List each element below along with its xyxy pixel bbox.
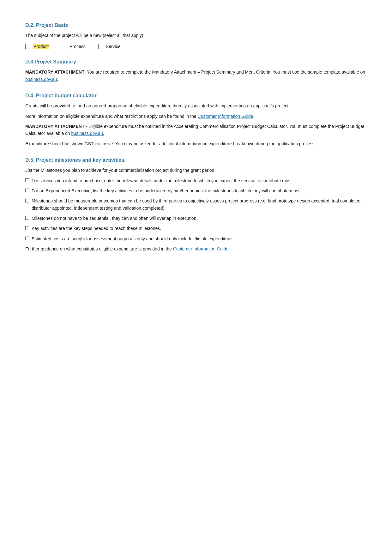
d4-para2-start: More information on eligible expenditure… bbox=[25, 114, 198, 119]
bullet-text-4: Milestones do not have to be sequential,… bbox=[32, 215, 197, 222]
bullet-icon-5 bbox=[25, 226, 29, 230]
bullet-icon-4 bbox=[25, 216, 29, 220]
d5-intro: List the Milestones you plan to achieve … bbox=[25, 167, 367, 174]
list-item: For an Experienced Executive, list the k… bbox=[25, 187, 367, 194]
d4-customer-info-link[interactable]: Customer Information Guide bbox=[198, 114, 253, 119]
d3-text-rest: : You are required to complete the Manda… bbox=[84, 69, 365, 75]
d4-paragraph1: Grants will be provided to fund an agree… bbox=[25, 102, 367, 109]
checkbox-product-label: Product bbox=[33, 44, 49, 49]
d5-footer-start: Further guidance on what constitutes eli… bbox=[25, 246, 173, 251]
bullet-text-5: Key activities are the key steps needed … bbox=[32, 225, 161, 232]
d3-text: MANDATORY ATTACHMENT: You are required t… bbox=[25, 69, 367, 83]
bullet-icon-1 bbox=[25, 178, 29, 182]
checkbox-service-box[interactable] bbox=[98, 44, 103, 49]
checkbox-process[interactable]: Process bbox=[62, 44, 86, 49]
section-divider bbox=[25, 19, 367, 19]
bullet-icon-2 bbox=[25, 189, 29, 192]
bullet-text-3: Milestones should be measurable outcomes… bbox=[32, 197, 367, 212]
section-d4: D.4. Project budget calculator Grants wi… bbox=[25, 93, 367, 147]
bullet-icon-3 bbox=[25, 199, 29, 202]
checkbox-process-box[interactable] bbox=[62, 44, 67, 49]
list-item: Milestones do not have to be sequential,… bbox=[25, 215, 367, 222]
d5-footer-link[interactable]: Customer Information Guide bbox=[173, 246, 229, 251]
list-item: Estimated costs are sought for assessmen… bbox=[25, 235, 367, 242]
bullet-text-1: For services you intend to purchase, ent… bbox=[32, 177, 293, 184]
d5-footer-end: . bbox=[229, 246, 230, 251]
checkbox-service-label: Service bbox=[106, 44, 121, 49]
checkbox-service[interactable]: Service bbox=[98, 44, 121, 49]
project-basis-checkboxes: Product Process Service bbox=[25, 44, 367, 49]
section-d2: D.2. Project Basis The subject of the pr… bbox=[25, 19, 367, 49]
d5-bullet-list: For services you intend to purchase, ent… bbox=[25, 177, 367, 243]
list-item: For services you intend to purchase, ent… bbox=[25, 177, 367, 184]
d2-description: The subject of the project will be a new… bbox=[25, 32, 367, 39]
d5-heading: D.5. Project milestones and key activiti… bbox=[25, 157, 367, 164]
list-item: Key activities are the key steps needed … bbox=[25, 225, 367, 232]
bullet-text-6: Estimated costs are sought for assessmen… bbox=[32, 235, 233, 242]
d4-mandatory-link[interactable]: business.gov.au. bbox=[71, 131, 104, 136]
d3-bold-label: MANDATORY ATTACHMENT bbox=[25, 69, 84, 75]
section-d5: D.5. Project milestones and key activiti… bbox=[25, 157, 367, 253]
bullet-icon-6 bbox=[25, 237, 29, 240]
d4-paragraph2: More information on eligible expenditure… bbox=[25, 113, 367, 120]
d4-mandatory-bold: MANDATORY ATTACHMENT bbox=[25, 124, 84, 129]
list-item: Milestones should be measurable outcomes… bbox=[25, 197, 367, 212]
d4-mandatory: MANDATORY ATTACHMENT - Eligible expendit… bbox=[25, 123, 367, 137]
section-d3: D.3.Project Summary MANDATORY ATTACHMENT… bbox=[25, 59, 367, 83]
d3-heading: D.3.Project Summary bbox=[25, 59, 367, 65]
d3-link[interactable]: business.gov.au bbox=[25, 77, 57, 82]
bullet-text-2: For an Experienced Executive, list the k… bbox=[32, 187, 301, 194]
d5-footer: Further guidance on what constitutes eli… bbox=[25, 245, 367, 252]
checkbox-process-label: Process bbox=[69, 44, 86, 49]
d4-paragraph4: Expenditure should be shown GST exclusiv… bbox=[25, 140, 367, 147]
d4-para2-end: . bbox=[253, 114, 254, 119]
checkbox-product[interactable]: Product bbox=[25, 44, 49, 49]
checkbox-product-box[interactable] bbox=[25, 44, 30, 49]
d2-heading: D.2. Project Basis bbox=[25, 22, 367, 29]
d3-text-end: . bbox=[57, 77, 58, 82]
d4-heading: D.4. Project budget calculator bbox=[25, 93, 367, 99]
